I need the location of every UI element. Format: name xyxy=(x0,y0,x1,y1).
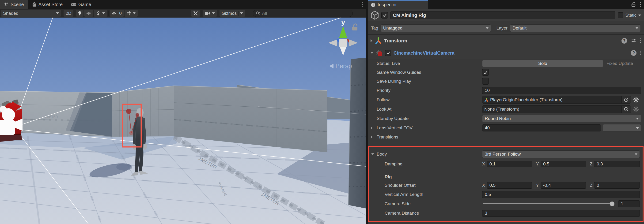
wall-watermark: 1METER xyxy=(44,115,58,119)
look-at-object-field[interactable]: None (Transform) xyxy=(482,105,631,113)
static-checkbox[interactable] xyxy=(618,12,623,18)
slider-knob[interactable] xyxy=(610,202,614,206)
cinemachine-menu-icon[interactable] xyxy=(640,51,641,55)
save-during-play-row: Save During Play xyxy=(368,77,644,86)
chevron-down-icon xyxy=(102,12,105,14)
axis-gizmo-y-label: y xyxy=(341,18,345,26)
damping-y-field[interactable]: 0.5 xyxy=(540,161,586,167)
damping-z-field[interactable]: 0.3 xyxy=(594,161,640,167)
scene-toolbar: Shaded 2D 0 y xyxy=(0,9,366,18)
axis-cube-icon[interactable] xyxy=(339,39,347,47)
chevron-down-icon xyxy=(636,127,639,129)
game-window-guides-checkbox[interactable] xyxy=(482,69,489,76)
follow-gear-icon[interactable] xyxy=(631,97,641,103)
camera-distance-field[interactable]: 3 xyxy=(482,210,640,217)
follow-object-field[interactable]: PlayerOriginPlaceholder (Transform) xyxy=(482,96,631,104)
chevron-down-icon xyxy=(240,12,243,14)
damping-label: Damping xyxy=(384,161,482,167)
help-icon[interactable]: ? xyxy=(631,50,636,56)
shading-mode-label: Shaded xyxy=(3,11,18,16)
axis-y-label: Y xyxy=(536,183,539,188)
cinemachine-icon xyxy=(376,49,383,56)
body-row: Body 3rd Person Follow xyxy=(369,149,642,159)
presets-icon[interactable] xyxy=(631,38,636,44)
camera-distance-row: Camera Distance 3 xyxy=(369,209,642,218)
lighting-toggle-button[interactable] xyxy=(76,10,84,17)
audio-toggle-button[interactable] xyxy=(84,10,93,17)
shoulder-y-field[interactable]: -0.4 xyxy=(540,182,586,189)
shading-mode-dropdown[interactable]: Shaded xyxy=(1,10,61,17)
check-icon xyxy=(386,51,390,54)
game-window-guides-row: Game Window Guides xyxy=(368,68,644,77)
grid-snap-dropdown-button[interactable]: y xyxy=(124,10,138,17)
scene-viewport[interactable]: 1METER 1METER [Prototype] xyxy=(0,17,366,224)
cinemachine-header[interactable]: CinemachineVirtualCamera ? xyxy=(368,47,644,59)
look-at-gear-icon[interactable] xyxy=(631,106,641,112)
foldout-collapsed-icon[interactable] xyxy=(371,136,373,139)
chevron-down-icon xyxy=(636,118,639,120)
lens-preset-dropdown[interactable] xyxy=(603,124,641,132)
component-tools-button[interactable] xyxy=(191,10,200,17)
transform-menu-icon[interactable] xyxy=(640,38,641,43)
camera-side-slider[interactable] xyxy=(483,203,614,204)
tag-dropdown[interactable]: Untagged xyxy=(381,24,491,32)
virtual-camera-gizmo[interactable] xyxy=(0,99,22,142)
look-at-value: None (Transform) xyxy=(484,107,519,112)
tab-inspector[interactable]: Inspector xyxy=(368,0,428,9)
transform-icon xyxy=(375,37,382,44)
toggle-2d-button[interactable]: 2D xyxy=(64,10,74,17)
follow-label: Follow xyxy=(377,97,482,102)
gizmos-dropdown[interactable]: Gizmos xyxy=(220,10,245,17)
gameobject-active-checkbox[interactable] xyxy=(381,12,388,18)
save-during-play-label: Save During Play xyxy=(377,79,482,84)
lock-icon[interactable] xyxy=(631,2,636,7)
search-icon xyxy=(256,11,260,15)
body-algorithm-dropdown[interactable]: 3rd Person Follow xyxy=(482,150,640,158)
effects-dropdown-button[interactable] xyxy=(94,10,107,17)
tab-scene[interactable]: Scene xyxy=(0,0,28,9)
scene-tab-menu-icon[interactable] xyxy=(362,2,362,7)
tab-asset-store[interactable]: Asset Store xyxy=(28,0,67,9)
foldout-collapsed-icon[interactable] xyxy=(370,39,372,42)
standby-update-dropdown[interactable]: Round Robin xyxy=(482,115,641,122)
shoulder-z-field[interactable]: 0 xyxy=(594,182,640,189)
static-dropdown-icon[interactable] xyxy=(638,14,641,16)
chevron-down-icon xyxy=(56,12,59,14)
gameobject-name-field[interactable]: CM Aiming Rig xyxy=(390,11,616,19)
inspector-menu-icon[interactable] xyxy=(640,2,641,7)
foldout-expanded-icon[interactable] xyxy=(371,153,374,155)
cinemachine-enabled-checkbox[interactable] xyxy=(385,50,391,56)
solo-button[interactable]: Solo xyxy=(482,60,603,67)
camera-settings-dropdown[interactable] xyxy=(203,10,217,17)
scene-search-input[interactable]: All xyxy=(253,10,353,17)
look-at-label: Look At xyxy=(377,107,482,112)
camera-distance-label: Camera Distance xyxy=(384,211,482,216)
scene-visibility-button[interactable]: 0 xyxy=(110,10,124,17)
tab-game[interactable]: Game xyxy=(67,0,95,9)
layer-dropdown[interactable]: Default xyxy=(510,24,641,32)
right-column-box[interactable] xyxy=(348,58,366,209)
damping-x-field[interactable]: 0.1 xyxy=(487,161,532,167)
grid-icon xyxy=(4,2,8,6)
camera-side-field[interactable]: 1 xyxy=(618,200,640,207)
vertical-arm-length-row: Vertical Arm Length 0.5 xyxy=(369,190,642,199)
lens-fov-field[interactable]: 40 xyxy=(482,124,601,131)
foldout-collapsed-icon[interactable] xyxy=(371,127,373,129)
axis-x-label: X xyxy=(482,161,485,167)
scene-panel: Scene Asset Store Game Shaded 2D xyxy=(0,0,366,224)
object-picker-icon[interactable] xyxy=(622,96,631,103)
help-icon[interactable]: ? xyxy=(622,38,627,44)
vertical-arm-length-field[interactable]: 0.5 xyxy=(482,191,640,198)
foldout-expanded-icon[interactable] xyxy=(370,52,373,54)
scene-camera-icon xyxy=(205,11,210,15)
priority-field[interactable]: 10 xyxy=(482,87,641,94)
transform-header[interactable]: Transform ? xyxy=(368,35,644,47)
shoulder-x-field[interactable]: 0.5 xyxy=(487,182,532,189)
lens-label: Lens Vertical FOV xyxy=(377,125,482,131)
object-picker-icon[interactable] xyxy=(622,106,631,113)
tab-scene-label: Scene xyxy=(10,2,24,7)
standby-update-row: Standby Update Round Robin xyxy=(368,114,644,123)
save-during-play-checkbox[interactable] xyxy=(482,78,489,85)
tab-asset-store-label: Asset Store xyxy=(38,2,62,7)
camera-side-row: Camera Side 1 xyxy=(369,199,642,209)
